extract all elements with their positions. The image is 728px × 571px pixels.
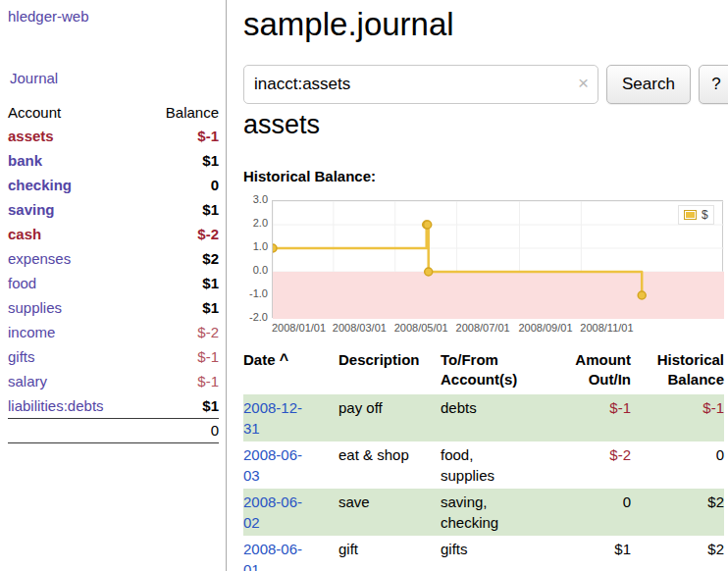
accounts-column-header-balance: Balance — [155, 101, 219, 124]
account-balance: $1 — [155, 295, 219, 320]
account-row: expenses $2 — [8, 246, 219, 271]
transaction-description: eat & shop — [338, 441, 441, 489]
search-input[interactable] — [244, 66, 598, 103]
x-axis-tick-label: 2008/09/01 — [518, 322, 572, 334]
sidebar: hledger-web Journal Account Balance asse… — [0, 0, 227, 571]
search-input-wrap: × — [243, 65, 598, 104]
accounts-total-balance: 0 — [155, 419, 219, 443]
transaction-row: 2008-06-01 gift gifts $1 $2 — [243, 536, 724, 571]
sort-ascending-icon: ^ — [280, 351, 288, 368]
account-link-supplies[interactable]: supplies — [8, 299, 62, 316]
transaction-balance: $-1 — [631, 394, 724, 441]
y-axis-tick-label: 2.0 — [243, 217, 268, 230]
transaction-date-link[interactable]: 2008-06-03 — [243, 446, 302, 484]
transaction-row: 2008-06-02 save saving, checking 0 $2 — [243, 489, 724, 536]
transaction-balance: 0 — [631, 441, 724, 489]
account-row: saving $1 — [8, 197, 219, 222]
accounts-header-row: Account Balance — [8, 101, 219, 124]
account-link-bank[interactable]: bank — [8, 152, 42, 169]
transaction-balance: $2 — [631, 489, 724, 536]
account-balance: 0 — [155, 173, 219, 197]
x-axis-tick-label: 2008/11/01 — [580, 322, 633, 334]
transaction-accounts: saving, checking — [441, 489, 550, 536]
transaction-amount: $-2 — [550, 441, 631, 489]
transaction-accounts: gifts — [441, 536, 550, 571]
account-row: supplies $1 — [8, 295, 219, 320]
account-balance: $1 — [155, 148, 219, 173]
register-header-row: Date ^ Description To/From Account(s) Am… — [243, 350, 724, 394]
transaction-description: save — [338, 489, 441, 536]
account-link-liabilities-debts[interactable]: liabilities:debts — [8, 397, 104, 414]
account-row: salary $-1 — [8, 369, 219, 393]
accounts-total-row: 0 — [8, 419, 219, 443]
journal-link[interactable]: Journal — [10, 70, 58, 86]
transaction-date-link[interactable]: 2008-06-01 — [243, 541, 302, 571]
register-column-header-date[interactable]: Date ^ — [243, 350, 338, 394]
y-axis-tick-label: -1.0 — [243, 287, 268, 300]
register-table: Date ^ Description To/From Account(s) Am… — [243, 350, 724, 571]
historical-balance-chart: $ 3.02.01.00.0-1.0-2.02008/01/012008/03/… — [243, 192, 728, 341]
help-button[interactable]: ? — [699, 65, 728, 104]
account-balance: $-1 — [155, 124, 219, 148]
account-balance: $1 — [155, 271, 219, 295]
legend-label: $ — [702, 208, 708, 222]
register-column-header-account: To/From Account(s) — [441, 350, 550, 394]
transaction-row: 2008-12-31 pay off debts $-1 $-1 — [243, 394, 724, 441]
x-axis-tick-label: 2008/03/01 — [333, 322, 387, 334]
transaction-date-link[interactable]: 2008-12-31 — [243, 399, 302, 437]
register-column-header-balance: Historical Balance — [631, 350, 724, 394]
y-axis-tick-label: 1.0 — [243, 240, 268, 253]
account-row: checking 0 — [8, 173, 219, 197]
chart-legend: $ — [678, 205, 714, 225]
account-row: gifts $-1 — [8, 344, 219, 369]
transaction-description: pay off — [338, 394, 441, 441]
clear-search-icon[interactable]: × — [578, 73, 589, 94]
transaction-amount: $1 — [550, 536, 631, 571]
accounts-table: Account Balance assets $-1 bank $1 check… — [8, 101, 219, 443]
account-link-food[interactable]: food — [8, 275, 36, 291]
account-row: bank $1 — [8, 148, 219, 173]
accounts-column-header-account: Account — [8, 101, 155, 124]
account-link-cash[interactable]: cash — [8, 226, 41, 242]
chart-title: Historical Balance: — [243, 168, 376, 184]
account-balance: $2 — [155, 246, 219, 271]
account-row: cash $-2 — [8, 222, 219, 246]
register-column-header-description: Description — [338, 350, 441, 394]
account-row: food $1 — [8, 271, 219, 295]
transaction-amount: $-1 — [550, 394, 631, 441]
account-balance: $-2 — [155, 222, 219, 246]
account-link-assets[interactable]: assets — [8, 128, 54, 144]
transaction-amount: 0 — [550, 489, 631, 536]
transaction-row: 2008-06-03 eat & shop food, supplies $-2… — [243, 441, 724, 489]
account-link-checking[interactable]: checking — [8, 177, 72, 193]
app-title-link[interactable]: hledger-web — [8, 8, 89, 25]
transaction-balance: $2 — [631, 536, 724, 571]
transaction-accounts: food, supplies — [441, 441, 550, 489]
legend-swatch-icon — [684, 210, 697, 220]
y-axis-tick-label: 0.0 — [243, 264, 268, 277]
transaction-date-link[interactable]: 2008-06-02 — [243, 493, 302, 531]
chart-plot-area — [272, 200, 723, 318]
account-link-income[interactable]: income — [8, 324, 55, 340]
account-balance: $-2 — [155, 320, 219, 344]
account-balance: $-1 — [155, 344, 219, 369]
search-bar: × Search ? — [243, 65, 728, 104]
account-link-gifts[interactable]: gifts — [8, 348, 35, 365]
account-link-saving[interactable]: saving — [8, 201, 55, 218]
page-title: sample.journal — [243, 6, 454, 43]
y-axis-tick-label: -2.0 — [243, 311, 268, 324]
account-row: income $-2 — [8, 320, 219, 344]
x-axis-tick-label: 2008/07/01 — [456, 322, 510, 334]
account-balance: $-1 — [155, 369, 219, 393]
account-row: assets $-1 — [8, 124, 219, 148]
x-axis-tick-label: 2008/01/01 — [272, 322, 326, 334]
x-axis-tick-label: 2008/05/01 — [394, 322, 448, 334]
chart-plot-svg — [273, 201, 724, 319]
account-link-salary[interactable]: salary — [8, 373, 47, 389]
account-row: liabilities:debts $1 — [8, 393, 219, 419]
account-balance: $1 — [155, 197, 219, 222]
account-link-expenses[interactable]: expenses — [8, 250, 71, 267]
account-balance: $1 — [155, 393, 219, 419]
main-content: sample.journal × Search ? assets Histori… — [243, 0, 728, 571]
search-button[interactable]: Search — [606, 65, 691, 104]
